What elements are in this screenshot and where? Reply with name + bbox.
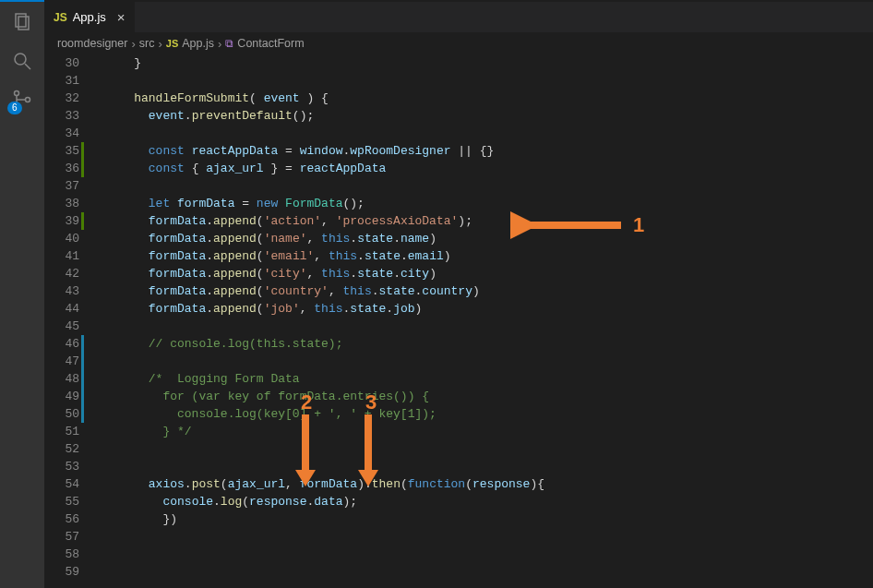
line-number: 41 bbox=[44, 247, 79, 265]
line-number: 49 bbox=[44, 388, 79, 405]
code-line[interactable]: event.preventDefault(); bbox=[105, 107, 873, 125]
line-number: 53 bbox=[44, 458, 79, 475]
code-line[interactable]: formData.append('country', this.state.co… bbox=[105, 282, 873, 300]
code-line[interactable]: let formData = new FormData(); bbox=[105, 195, 873, 212]
code-line[interactable] bbox=[105, 318, 873, 335]
line-number: 43 bbox=[44, 282, 79, 300]
code-line[interactable] bbox=[105, 72, 873, 90]
line-number: 37 bbox=[44, 177, 79, 195]
code-content[interactable]: } handleFormSubmit( event ) { event.prev… bbox=[92, 54, 873, 588]
js-file-icon: JS bbox=[54, 11, 67, 24]
line-number: 39 bbox=[44, 212, 79, 230]
svg-point-2 bbox=[15, 54, 26, 65]
line-number-gutter: 3031323334353637383940414243444546474849… bbox=[44, 54, 92, 588]
code-line[interactable]: console.log(key[0] + ', ' + key[1]); bbox=[105, 405, 873, 423]
code-line[interactable] bbox=[105, 563, 873, 581]
explorer-icon[interactable] bbox=[11, 11, 33, 33]
activity-bar: 6 bbox=[0, 0, 44, 588]
code-line[interactable]: console.log(response.data); bbox=[105, 493, 873, 510]
code-line[interactable]: const reactAppData = window.wpRoomDesign… bbox=[105, 142, 873, 160]
line-number: 50 bbox=[44, 405, 79, 423]
line-number: 35 bbox=[44, 142, 79, 160]
code-line[interactable] bbox=[105, 353, 873, 370]
symbol-class-icon: ⧉ bbox=[225, 37, 233, 50]
line-number: 33 bbox=[44, 107, 79, 125]
line-number: 32 bbox=[44, 90, 79, 107]
line-number: 45 bbox=[44, 318, 79, 335]
breadcrumb-item[interactable]: ⧉ContactForm bbox=[225, 37, 304, 50]
line-number: 52 bbox=[44, 440, 79, 458]
code-line[interactable]: formData.append('email', this.state.emai… bbox=[105, 247, 873, 265]
line-number: 30 bbox=[44, 54, 79, 72]
line-number: 47 bbox=[44, 353, 79, 370]
chevron-right-icon: › bbox=[158, 37, 161, 51]
line-number: 36 bbox=[44, 160, 79, 177]
svg-point-4 bbox=[15, 91, 19, 96]
breadcrumb-item[interactable]: JSApp.js bbox=[166, 37, 214, 50]
chevron-right-icon: › bbox=[131, 37, 135, 51]
code-line[interactable] bbox=[105, 125, 873, 142]
svg-rect-1 bbox=[18, 17, 29, 30]
line-number: 40 bbox=[44, 230, 79, 247]
line-number: 58 bbox=[44, 546, 79, 563]
tab-app-js[interactable]: JS App.js × bbox=[44, 2, 135, 32]
line-number: 44 bbox=[44, 300, 79, 318]
code-editor[interactable]: 3031323334353637383940414243444546474849… bbox=[44, 54, 873, 588]
line-number: 54 bbox=[44, 475, 79, 493]
breadcrumb-item[interactable]: roomdesigner bbox=[57, 37, 127, 50]
line-number: 59 bbox=[44, 563, 79, 581]
code-line[interactable]: formData.append('action', 'processAxioDa… bbox=[105, 212, 873, 230]
tab-bar: JS App.js × bbox=[44, 0, 873, 32]
breadcrumb-item[interactable]: src bbox=[139, 37, 155, 50]
breadcrumb[interactable]: roomdesigner › src › JSApp.js › ⧉Contact… bbox=[44, 32, 873, 54]
code-line[interactable]: formData.append('city', this.state.city) bbox=[105, 265, 873, 282]
chevron-right-icon: › bbox=[218, 37, 221, 51]
svg-line-3 bbox=[25, 64, 30, 69]
code-line[interactable]: } */ bbox=[105, 423, 873, 440]
line-number: 38 bbox=[44, 195, 79, 212]
svg-point-6 bbox=[26, 98, 30, 102]
line-number: 51 bbox=[44, 423, 79, 440]
code-line[interactable]: for (var key of formData.entries()) { bbox=[105, 388, 873, 405]
code-line[interactable] bbox=[105, 440, 873, 458]
line-number: 57 bbox=[44, 528, 79, 546]
code-line[interactable]: const { ajax_url } = reactAppData bbox=[105, 160, 873, 177]
code-line[interactable]: handleFormSubmit( event ) { bbox=[105, 90, 873, 107]
line-number: 46 bbox=[44, 335, 79, 353]
code-line[interactable]: } bbox=[105, 54, 873, 72]
code-line[interactable]: /* Logging Form Data bbox=[105, 370, 873, 388]
code-line[interactable]: axios.post(ajax_url, formData).then(func… bbox=[105, 475, 873, 493]
code-line[interactable]: formData.append('job', this.state.job) bbox=[105, 300, 873, 318]
code-line[interactable] bbox=[105, 458, 873, 475]
code-line[interactable] bbox=[105, 177, 873, 195]
search-icon[interactable] bbox=[11, 50, 33, 72]
vertical-scrollbar[interactable] bbox=[860, 54, 873, 588]
js-file-icon: JS bbox=[166, 38, 178, 49]
line-number: 55 bbox=[44, 493, 79, 510]
code-line[interactable]: }) bbox=[105, 510, 873, 528]
code-line[interactable] bbox=[105, 528, 873, 546]
svg-rect-0 bbox=[16, 14, 26, 27]
line-number: 48 bbox=[44, 370, 79, 388]
code-line[interactable]: // console.log(this.state); bbox=[105, 335, 873, 353]
line-number: 31 bbox=[44, 72, 79, 90]
line-number: 56 bbox=[44, 510, 79, 528]
scm-badge: 6 bbox=[7, 102, 22, 114]
editor-area: JS App.js × roomdesigner › src › JSApp.j… bbox=[44, 0, 873, 588]
tab-label: App.js bbox=[73, 10, 106, 24]
close-icon[interactable]: × bbox=[117, 9, 126, 25]
source-control-icon[interactable]: 6 bbox=[11, 89, 33, 111]
code-line[interactable]: formData.append('name', this.state.name) bbox=[105, 230, 873, 247]
line-number: 42 bbox=[44, 265, 79, 282]
line-number: 34 bbox=[44, 125, 79, 142]
code-line[interactable] bbox=[105, 546, 873, 563]
